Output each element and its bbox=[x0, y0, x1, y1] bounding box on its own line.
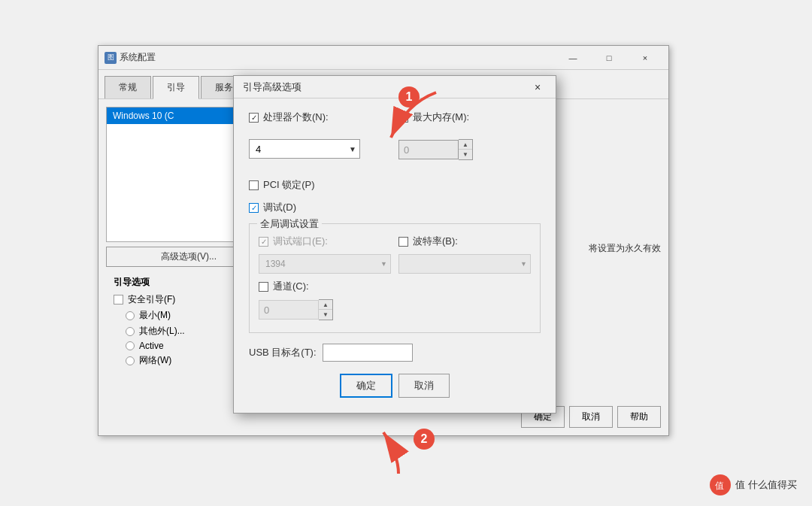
usb-target-row: USB 目标名(T): bbox=[249, 344, 541, 362]
safe-boot-label: 安全引导(F) bbox=[128, 293, 175, 306]
other-label: 其他外(L)... bbox=[139, 325, 185, 338]
debug-port-checkbox[interactable] bbox=[259, 237, 268, 247]
watermark: 值 值 什么值得买 bbox=[710, 474, 797, 495]
safe-boot-checkbox[interactable] bbox=[114, 295, 123, 305]
processor-value: 4 bbox=[256, 144, 261, 155]
tab-boot[interactable]: 引导 bbox=[153, 76, 199, 99]
svg-text:值: 值 bbox=[715, 480, 724, 491]
debug-port-dropdown: 1394 ▼ bbox=[259, 254, 391, 274]
memory-spin-down[interactable]: ▼ bbox=[459, 150, 472, 159]
permanent-text: 将设置为永久有效 bbox=[589, 243, 661, 253]
baud-rate-label: 波特率(B): bbox=[413, 235, 458, 248]
annotation-badge-1: 1 bbox=[398, 86, 420, 108]
debug-port-option: 调试端口(E): bbox=[259, 235, 391, 248]
usb-target-label: USB 目标名(T): bbox=[249, 346, 317, 359]
processor-dropdown-arrow: ▼ bbox=[349, 145, 356, 153]
processor-option-row: 处理器个数(N): bbox=[249, 111, 391, 124]
bg-window-controls: — □ × bbox=[556, 49, 662, 67]
channel-option: 通道(C): bbox=[259, 280, 531, 293]
memory-spinbox-btns: ▲ ▼ bbox=[459, 139, 473, 160]
pci-checkbox[interactable] bbox=[249, 180, 259, 190]
channel-input: 0 bbox=[259, 300, 319, 320]
memory-col: 最大内存(M): 0 ▲ ▼ bbox=[398, 111, 541, 169]
processor-col: 处理器个数(N): 4 ▼ bbox=[249, 111, 391, 169]
bg-window-icon: 图 bbox=[105, 52, 117, 64]
baud-rate-dropdown: ▼ bbox=[398, 254, 531, 274]
debug-port-arrow: ▼ bbox=[380, 260, 387, 268]
processor-dropdown[interactable]: 4 ▼ bbox=[249, 139, 360, 159]
dialog-buttons: 确定 取消 bbox=[249, 374, 541, 401]
baud-rate-arrow: ▼ bbox=[520, 260, 527, 268]
debug-port-label: 调试端口(E): bbox=[273, 235, 328, 248]
channel-checkbox[interactable] bbox=[259, 282, 268, 292]
pci-label: PCI 锁定(P) bbox=[263, 178, 315, 192]
debug-port-row: 调试端口(E): 1394 ▼ 波特率(B): bbox=[259, 235, 531, 274]
dialog-titlebar: 引导高级选项 × bbox=[234, 76, 556, 98]
channel-group: 通道(C): 0 ▲ ▼ bbox=[259, 280, 531, 320]
channel-label: 通道(C): bbox=[273, 280, 309, 293]
channel-spin-down[interactable]: ▼ bbox=[319, 310, 332, 320]
processor-label: 处理器个数(N): bbox=[263, 111, 329, 124]
network-radio[interactable] bbox=[126, 356, 135, 365]
debug-checkbox[interactable] bbox=[249, 203, 259, 213]
section-inner: 调试端口(E): 1394 ▼ 波特率(B): bbox=[259, 235, 531, 320]
bg-cancel-btn[interactable]: 取消 bbox=[569, 406, 613, 428]
min-radio[interactable] bbox=[126, 311, 135, 320]
bg-close-btn[interactable]: × bbox=[628, 49, 662, 67]
other-radio[interactable] bbox=[126, 327, 135, 336]
dialog-close-btn[interactable]: × bbox=[529, 78, 547, 96]
active-radio[interactable] bbox=[126, 341, 135, 350]
bg-titlebar: 图 系统配置 — □ × bbox=[98, 46, 668, 70]
network-label: 网络(W) bbox=[139, 354, 171, 367]
debug-port-group: 调试端口(E): 1394 ▼ bbox=[259, 235, 391, 274]
bg-maximize-btn[interactable]: □ bbox=[592, 49, 626, 67]
watermark-icon: 值 bbox=[714, 478, 727, 492]
memory-label: 最大内存(M): bbox=[413, 111, 469, 124]
annotation-badge-2: 2 bbox=[414, 429, 435, 450]
channel-spin-up[interactable]: ▲ bbox=[319, 300, 332, 310]
baud-rate-option: 波特率(B): bbox=[398, 235, 531, 248]
dialog-title: 引导高级选项 bbox=[243, 80, 529, 94]
baud-rate-group: 波特率(B): ▼ bbox=[398, 235, 531, 274]
tab-general[interactable]: 常规 bbox=[105, 76, 151, 98]
top-options-row: 处理器个数(N): 4 ▼ 最大内存(M): 0 bbox=[249, 111, 541, 169]
debug-port-value: 1394 bbox=[265, 259, 286, 269]
channel-value: 0 bbox=[264, 305, 269, 316]
bg-help-btn[interactable]: 帮助 bbox=[617, 406, 661, 428]
bg-icon-text: 图 bbox=[108, 53, 114, 62]
memory-checkbox[interactable] bbox=[398, 113, 408, 123]
global-debug-title: 全局调试设置 bbox=[257, 217, 322, 231]
channel-spinbox-btns: ▲ ▼ bbox=[319, 299, 333, 320]
advanced-boot-dialog: 引导高级选项 × 处理器个数(N): 4 ▼ 最大 bbox=[233, 75, 556, 414]
memory-value: 0 bbox=[404, 144, 409, 156]
dialog-ok-btn[interactable]: 确定 bbox=[340, 374, 392, 398]
global-debug-section: 全局调试设置 调试端口(E): 1394 ▼ bbox=[249, 223, 541, 333]
baud-rate-checkbox[interactable] bbox=[398, 237, 408, 247]
min-label: 最小(M) bbox=[139, 309, 171, 322]
bg-minimize-btn[interactable]: — bbox=[556, 49, 590, 67]
debug-option-row: 调试(D) bbox=[249, 201, 541, 214]
dialog-cancel-btn[interactable]: 取消 bbox=[398, 374, 450, 398]
watermark-logo: 值 bbox=[710, 474, 731, 495]
memory-option-row: 最大内存(M): bbox=[398, 111, 541, 124]
active-label: Active bbox=[139, 341, 164, 351]
dialog-body: 处理器个数(N): 4 ▼ 最大内存(M): 0 bbox=[234, 98, 556, 413]
memory-spin-up[interactable]: ▲ bbox=[459, 140, 472, 150]
processor-checkbox[interactable] bbox=[249, 113, 259, 123]
processor-dropdown-row: 4 ▼ bbox=[249, 139, 391, 159]
debug-label: 调试(D) bbox=[263, 201, 296, 214]
bg-window-title: 系统配置 bbox=[120, 51, 553, 64]
watermark-text: 值 什么值得买 bbox=[735, 478, 797, 492]
usb-target-input[interactable] bbox=[323, 344, 413, 362]
pci-option-row: PCI 锁定(P) bbox=[249, 178, 541, 192]
memory-input: 0 bbox=[398, 140, 459, 159]
